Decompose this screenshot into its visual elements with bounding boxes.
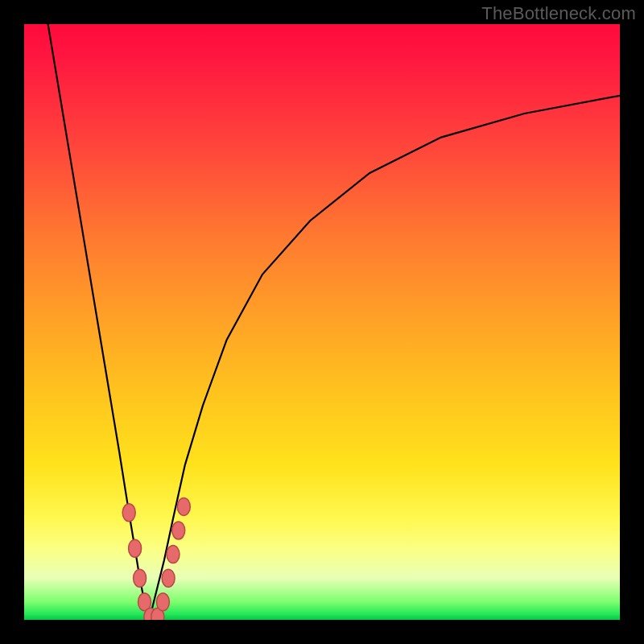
left-branch-curve bbox=[48, 24, 150, 620]
bead-marker bbox=[122, 504, 135, 522]
bead-markers bbox=[122, 497, 190, 620]
bead-marker bbox=[134, 569, 147, 587]
watermark-text: TheBottleneck.com bbox=[481, 3, 636, 24]
bead-marker bbox=[167, 546, 180, 564]
right-branch-curve bbox=[149, 96, 620, 620]
bead-marker bbox=[156, 593, 169, 611]
bead-marker bbox=[177, 497, 190, 515]
plot-area bbox=[24, 24, 620, 620]
bead-marker bbox=[162, 569, 175, 587]
chart-frame: TheBottleneck.com bbox=[0, 0, 644, 644]
bead-marker bbox=[172, 522, 185, 539]
bead-marker bbox=[129, 539, 142, 557]
curve-layer bbox=[24, 24, 620, 620]
